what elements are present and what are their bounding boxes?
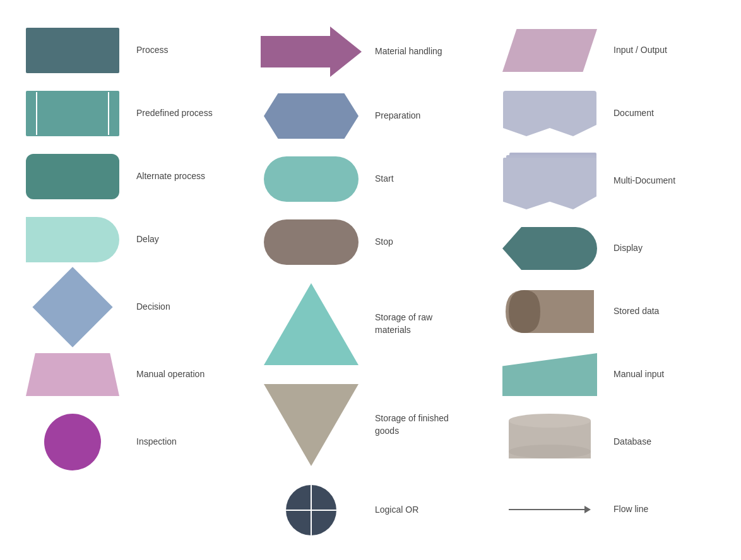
display-shape-container [496,227,603,270]
input-output-label: Input / Output [614,44,667,57]
legend-item-storage-raw: Storage of raw materials [251,274,490,375]
database-bottom [509,445,591,458]
storage-raw-shape-container [258,283,365,365]
storage-finished-label: Storage of finished goods [375,412,449,437]
legend-item-start: Start [251,148,490,211]
stop-shape-container [258,219,365,265]
legend-item-stored-data: Stored data [490,280,728,343]
multi-document-shape [503,153,596,209]
document-shape [503,91,596,136]
column-1: Process Predefined process Alternate pro… [13,19,251,545]
alternate-label: Alternate process [136,170,205,183]
start-shape-container [258,156,365,202]
decision-label: Decision [136,301,170,313]
storage-finished-shape-container [258,384,365,466]
legend-item-document: Document [490,82,728,145]
stored-data-shape-container [496,290,603,333]
legend-item-decision: Decision [13,271,251,343]
storage-raw-label: Storage of raw materials [375,312,432,336]
legend-item-manual-input: Manual input [490,343,728,406]
legend-item-preparation: Preparation [251,85,490,148]
flow-line-shape [509,506,591,513]
input-output-shape [502,29,597,72]
flow-line-label: Flow line [614,503,648,516]
manual-input-label: Manual input [614,368,664,381]
inspection-label: Inspection [136,436,177,448]
alternate-shape-container [19,154,126,199]
manual-input-shape [502,353,597,396]
legend-item-multi-document: Multi-Document [490,145,728,217]
preparation-shape [264,93,359,139]
legend-item-storage-finished: Storage of finished goods [251,375,490,475]
inspection-shape-container [19,414,126,470]
material-handling-label: Material handling [375,45,442,58]
legend-grid: Process Predefined process Alternate pro… [13,19,728,545]
stored-data-shape [506,290,594,333]
legend-item-display: Display [490,217,728,280]
document-label: Document [614,107,654,120]
database-top [509,414,591,428]
database-shape [509,414,591,470]
process-shape-container [19,28,126,73]
legend-item-input-output: Input / Output [490,19,728,82]
logical-or-shape [286,485,336,535]
logical-or-shape-container [258,485,365,535]
predefined-process-shape [26,91,119,136]
legend-item-logical-or: Logical OR [251,475,490,545]
start-shape [264,156,359,202]
predefined-label: Predefined process [136,107,213,120]
database-label: Database [614,436,651,448]
column-2: Material handling Preparation Start Stop [251,19,490,545]
input-output-shape-container [496,29,603,72]
decision-shape-container [19,279,126,335]
decision-shape [32,267,112,347]
preparation-label: Preparation [375,110,420,122]
stop-label: Stop [375,236,393,248]
process-shape [26,28,119,73]
manual-input-shape-container [496,353,603,396]
logical-or-label: Logical OR [375,504,418,516]
stored-data-label: Stored data [614,305,659,318]
alternate-process-shape [26,154,119,199]
flow-line-arrowhead [584,506,591,513]
storage-raw-shape [264,283,359,365]
legend-item-flow-line: Flow line [490,478,728,541]
arrow-body [261,36,330,67]
flow-line-shape-container [496,506,603,513]
legend-item-predefined: Predefined process [13,82,251,145]
inspection-shape [44,414,101,470]
multi-document-label: Multi-Document [614,175,675,187]
stop-shape [264,219,359,265]
multi-doc-shape-container [496,153,603,209]
display-shape [502,227,597,270]
column-3: Input / Output Document Multi-Document [490,19,728,545]
legend-item-database: Database [490,406,728,478]
display-label: Display [614,242,643,255]
delay-label: Delay [136,233,159,246]
material-handling-shape-container [258,26,365,77]
legend-item-delay: Delay [13,208,251,271]
start-label: Start [375,173,394,185]
manual-op-shape-container [19,353,126,396]
legend-item-stop: Stop [251,211,490,274]
document-shape-container [496,91,603,136]
legend-item-alternate: Alternate process [13,145,251,208]
manual-op-label: Manual operation [136,368,205,381]
arrow-head [330,26,362,77]
database-shape-container [496,414,603,470]
legend-item-material-handling: Material handling [251,19,490,85]
legend-item-inspection: Inspection [13,406,251,478]
preparation-shape-container [258,93,365,139]
material-handling-shape [261,26,362,77]
process-label: Process [136,44,169,57]
legend-item-manual-op: Manual operation [13,343,251,406]
delay-shape [26,217,119,262]
delay-shape-container [19,217,126,262]
storage-finished-shape [264,384,359,466]
multi-doc-layer-3 [503,158,596,209]
predefined-shape-container [19,91,126,136]
legend-item-process: Process [13,19,251,82]
manual-operation-shape [26,353,119,396]
flow-line-body [509,509,584,510]
